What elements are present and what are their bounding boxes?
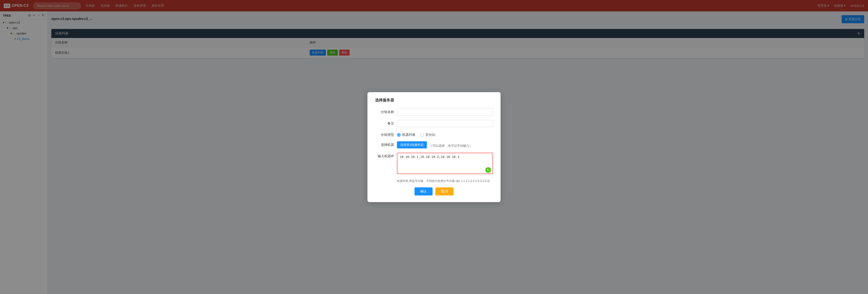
select-server-modal: 选择服务器 分组名称 备注 分组类型 机器列表 百分比 [367,92,501,202]
select-server-row: 选择第1批服务器 （可以选择，也可以手动输入） [397,141,472,149]
ip-refresh-icon[interactable]: ↻ [485,167,491,173]
remark-input[interactable] [397,120,493,127]
ip-textarea-wrap: 10.10.10.1,10.10.10.2;10.10.10.3 ↻ [397,153,493,175]
form-row-ip: 输入机器IP 10.10.10.1,10.10.10.2;10.10.10.3 … [375,153,493,175]
select-hint: （可以选择，也可以手动输入） [429,142,472,148]
radio-dot-percent [420,133,424,137]
radio-label-percent: 百分比 [426,133,435,137]
radio-percentage[interactable]: 百分比 [420,133,435,137]
form-row-group-type: 分组类型 机器列表 百分比 [375,131,493,137]
modal-title: 选择服务器 [375,98,493,103]
form-row-select-machine: 选择机器 选择第1批服务器 （可以选择，也可以手动输入） [375,141,493,149]
form-row-group-name: 分组名称 [375,108,493,116]
radio-dot-machine [397,133,401,137]
cancel-button[interactable]: 取消 [435,187,454,195]
modal-footer: 确认 取消 [375,187,493,195]
ip-hint: 机器列表,用逗号分隔，不同的分批用分号分隔 (如: 1.1.1.1,2.2.2.… [397,179,493,183]
group-name-label: 分组名称 [375,108,394,114]
select-machine-label: 选择机器 [375,141,394,147]
remark-label: 备注 [375,120,394,126]
select-server-button[interactable]: 选择第1批服务器 [397,141,427,149]
group-type-label: 分组类型 [375,131,394,137]
group-name-input[interactable] [397,108,493,116]
radio-label-machine: 机器列表 [402,133,415,137]
radio-machine-list[interactable]: 机器列表 [397,133,415,137]
ip-textarea[interactable]: 10.10.10.1,10.10.10.2;10.10.10.3 [397,153,493,174]
input-ip-label: 输入机器IP [375,153,394,158]
radio-group-type: 机器列表 百分比 [397,131,435,137]
modal-overlay[interactable]: 选择服务器 分组名称 备注 分组类型 机器列表 百分比 [0,0,868,294]
confirm-button[interactable]: 确认 [414,187,433,195]
form-row-remark: 备注 [375,120,493,127]
